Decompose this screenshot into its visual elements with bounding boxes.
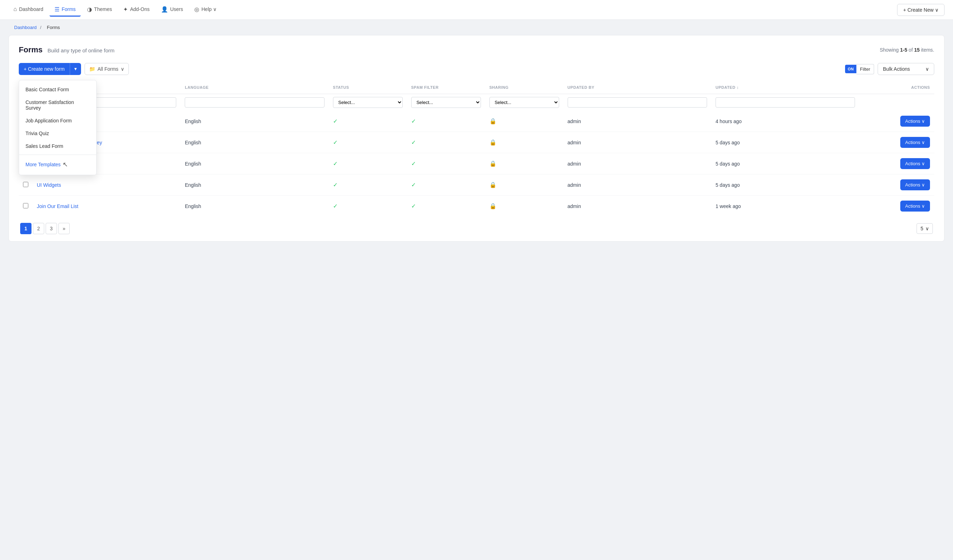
form-name-link-4[interactable]: UI Widgets bbox=[37, 182, 61, 188]
card-header: Forms Build any type of online form Show… bbox=[19, 45, 934, 54]
nav-item-users[interactable]: 👤 Users bbox=[156, 3, 188, 17]
create-new-label: + Create New ∨ bbox=[903, 7, 939, 13]
showing-end: items. bbox=[920, 47, 934, 53]
row-status-cell-1: ✓ bbox=[329, 111, 407, 132]
row-name-cell: UI Widgets bbox=[33, 174, 180, 195]
row-actions-cell-3: Actions ∨ bbox=[859, 153, 934, 174]
col-spam-filter: Spam Filter bbox=[407, 81, 485, 94]
nav-label-addons: Add-Ons bbox=[130, 6, 149, 12]
dropdown-more-templates[interactable]: More Templates ↖ bbox=[19, 157, 96, 172]
table-row: Customer Satisfaction Survey English ✓ ✓… bbox=[19, 132, 934, 153]
table-header-row: Language Status Spam Filter Sharing Upda… bbox=[19, 81, 934, 94]
status-check-icon: ✓ bbox=[333, 182, 338, 188]
col-updated-by: Updated By bbox=[563, 81, 711, 94]
row-status-cell-4: ✓ bbox=[329, 174, 407, 195]
row-updated-by-cell-1: admin bbox=[563, 111, 711, 132]
dropdown-item-sales-lead[interactable]: Sales Lead Form bbox=[19, 140, 96, 152]
col-status: Status bbox=[329, 81, 407, 94]
page-size-select[interactable]: 5 ∨ bbox=[917, 223, 933, 234]
showing-range: 1-5 bbox=[900, 47, 907, 53]
filter-spam-select[interactable]: Select... bbox=[411, 97, 481, 108]
breadcrumb-current: Forms bbox=[47, 25, 60, 30]
row-updated-by-cell-2: admin bbox=[563, 132, 711, 153]
filter-status-select[interactable]: Select... bbox=[333, 97, 403, 108]
actions-button-1[interactable]: Actions ∨ bbox=[900, 116, 930, 127]
pagination: 1 2 3 » bbox=[20, 223, 70, 234]
table-body: Basic Contact Form English ✓ ✓ 🔒 admin 4… bbox=[19, 111, 934, 217]
create-form-dropdown-button[interactable]: ▼ bbox=[70, 63, 81, 75]
dropdown-item-trivia-quiz[interactable]: Trivia Quiz bbox=[19, 127, 96, 140]
breadcrumb-separator: / bbox=[40, 25, 41, 30]
showing-suffix: of bbox=[907, 47, 914, 53]
create-new-button[interactable]: + Create New ∨ bbox=[897, 4, 945, 16]
filter-button[interactable]: Filter bbox=[857, 64, 874, 74]
filter-updated-by-input[interactable] bbox=[568, 97, 707, 107]
create-form-dropdown-menu: Basic Contact Form Customer Satisfaction… bbox=[19, 80, 96, 175]
more-templates-label: More Templates bbox=[25, 162, 61, 168]
bulk-actions-button[interactable]: Bulk Actions ∨ bbox=[878, 63, 934, 75]
card-title-group: Forms Build any type of online form bbox=[19, 45, 115, 54]
breadcrumb-home[interactable]: Dashboard bbox=[14, 25, 37, 30]
nav-item-help[interactable]: ◎ Help ∨ bbox=[189, 3, 222, 17]
filter-updated-input[interactable] bbox=[716, 97, 855, 107]
nav-label-themes: Themes bbox=[94, 6, 112, 12]
row-checkbox-4[interactable] bbox=[23, 182, 28, 187]
themes-icon: ◑ bbox=[87, 6, 92, 13]
row-sharing-cell-5: 🔒 bbox=[485, 195, 563, 217]
create-form-button[interactable]: + Create new form bbox=[19, 63, 70, 75]
filter-updated-by-cell bbox=[563, 94, 711, 111]
actions-button-4[interactable]: Actions ∨ bbox=[900, 179, 930, 190]
forms-icon: ☰ bbox=[54, 6, 59, 13]
row-status-cell-3: ✓ bbox=[329, 153, 407, 174]
status-check-icon: ✓ bbox=[333, 140, 338, 146]
actions-button-3[interactable]: Actions ∨ bbox=[900, 158, 930, 169]
topnav: ⌂ Dashboard ☰ Forms ◑ Themes ✦ Add-Ons 👤… bbox=[0, 0, 953, 20]
nav-item-dashboard[interactable]: ⌂ Dashboard bbox=[8, 3, 48, 16]
row-language-cell-3: English bbox=[180, 153, 328, 174]
filter-language-cell bbox=[180, 94, 328, 111]
table-row: UI Widgets English ✓ ✓ 🔒 admin 5 days ag… bbox=[19, 174, 934, 195]
dropdown-divider bbox=[19, 155, 96, 155]
form-name-link-5[interactable]: Join Our Email List bbox=[37, 203, 78, 209]
page-size-chevron-icon: ∨ bbox=[925, 226, 929, 231]
dropdown-item-basic-contact[interactable]: Basic Contact Form bbox=[19, 83, 96, 96]
table-row: Basic Contact Form English ✓ ✓ 🔒 admin 4… bbox=[19, 111, 934, 132]
filter-sharing-select[interactable]: Select... bbox=[489, 97, 559, 108]
actions-button-5[interactable]: Actions ∨ bbox=[900, 200, 930, 211]
dropdown-item-job-application[interactable]: Job Application Form bbox=[19, 114, 96, 127]
nav-item-addons[interactable]: ✦ Add-Ons bbox=[118, 3, 154, 17]
row-spam-cell-4: ✓ bbox=[407, 174, 485, 195]
spam-check-icon: ✓ bbox=[411, 203, 416, 209]
nav-label-forms: Forms bbox=[62, 6, 76, 12]
table-filter-row: Select... Select... Select... bbox=[19, 94, 934, 111]
page-button-3[interactable]: 3 bbox=[46, 223, 57, 234]
showing-text: Showing 1-5 of 15 items. bbox=[880, 47, 934, 53]
filter-language-input[interactable] bbox=[185, 97, 324, 107]
row-updated-cell-2: 5 days ago bbox=[711, 132, 859, 153]
forms-table: Language Status Spam Filter Sharing Upda… bbox=[19, 81, 934, 217]
page-button-next[interactable]: » bbox=[58, 223, 70, 234]
filter-updated-cell bbox=[711, 94, 859, 111]
all-forms-button[interactable]: 📁 All Forms ∨ bbox=[85, 63, 129, 75]
nav-item-forms[interactable]: ☰ Forms bbox=[50, 3, 81, 17]
row-updated-cell-3: 5 days ago bbox=[711, 153, 859, 174]
sharing-lock-icon: 🔒 bbox=[489, 140, 497, 146]
status-check-icon: ✓ bbox=[333, 161, 338, 167]
row-name-cell: Join Our Email List bbox=[33, 195, 180, 217]
filter-group: ON Filter bbox=[845, 64, 874, 74]
row-checkbox-5[interactable] bbox=[23, 203, 28, 208]
actions-button-2[interactable]: Actions ∨ bbox=[900, 137, 930, 148]
row-spam-cell-5: ✓ bbox=[407, 195, 485, 217]
nav-item-themes[interactable]: ◑ Themes bbox=[82, 3, 117, 17]
dropdown-item-customer-satisfaction[interactable]: Customer Satisfaction Survey bbox=[19, 96, 96, 114]
users-icon: 👤 bbox=[161, 6, 168, 13]
page-button-1[interactable]: 1 bbox=[20, 223, 31, 234]
row-updated-by-cell-5: admin bbox=[563, 195, 711, 217]
page-button-2[interactable]: 2 bbox=[33, 223, 44, 234]
help-icon: ◎ bbox=[194, 6, 199, 13]
spam-check-icon: ✓ bbox=[411, 161, 416, 167]
filter-actions-cell bbox=[859, 94, 934, 111]
bulk-actions-chevron-icon: ∨ bbox=[925, 66, 929, 72]
row-sharing-cell-4: 🔒 bbox=[485, 174, 563, 195]
sharing-lock-icon: 🔒 bbox=[489, 118, 497, 124]
